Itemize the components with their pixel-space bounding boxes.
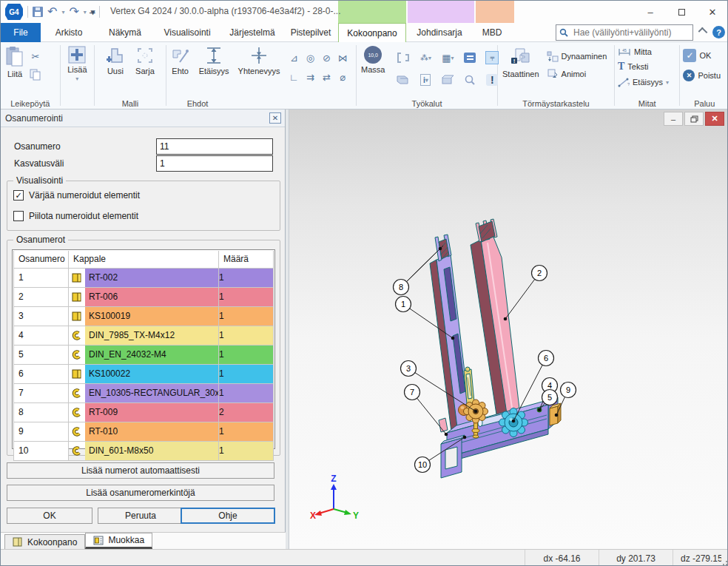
distance-dropdown-icon[interactable]: ▾: [666, 79, 669, 86]
paste-button[interactable]: Liitä: [2, 45, 27, 81]
concentric-constraint-icon[interactable]: ◎: [303, 51, 317, 64]
mass-button[interactable]: 10,0 Massa: [358, 45, 388, 91]
structure-tree-icon[interactable]: ⁂▾: [419, 51, 432, 64]
tab-file[interactable]: File: [1, 23, 41, 42]
undo-icon[interactable]: ↶: [47, 7, 57, 17]
parallel-constraint-icon[interactable]: ⇉: [303, 70, 317, 84]
kasvatusvali-input[interactable]: [156, 155, 273, 172]
viewport-close-button[interactable]: ✕: [705, 112, 724, 126]
distance-button[interactable]: Etäisyys: [196, 45, 232, 87]
tab-kokoonpano[interactable]: Kokoonpano: [338, 23, 406, 42]
text-button[interactable]: T Teksti: [616, 60, 678, 73]
series-button[interactable]: Sarja: [132, 45, 158, 76]
dialog-title-bar[interactable]: Osanumerointi ✕: [1, 110, 285, 127]
doc-tab-kokoonpano[interactable]: Kokoonpano: [4, 534, 85, 549]
exit-button[interactable]: ✕ Poistu: [681, 69, 727, 82]
doc-tab-muokkaa[interactable]: Muokkaa: [85, 533, 152, 549]
app-logo[interactable]: G4: [5, 4, 23, 20]
animate-button[interactable]: Animoi: [545, 67, 609, 81]
viewport-minimize-button[interactable]: –: [664, 112, 683, 126]
osanumero-input[interactable]: [156, 138, 273, 155]
library-part-icon: [69, 446, 85, 456]
perpendicular-constraint-icon[interactable]: ∟: [287, 70, 300, 84]
opposed-constraint-icon[interactable]: ⇄: [320, 70, 333, 84]
application-window: G4 ↶▾ ↷▾ ▾̶ Vertex G4 2024 / 30.0.0-alph…: [0, 0, 728, 566]
part-name: RT-010: [85, 422, 218, 441]
hide-checkbox-row[interactable]: Piilota numeroidut elementit: [13, 211, 138, 221]
profile-beam-icon[interactable]: [396, 74, 411, 86]
maximize-button[interactable]: [671, 7, 692, 18]
add-balloon-marks-button[interactable]: Lisää osanumeromerkintöjä: [7, 485, 274, 501]
save-icon[interactable]: [33, 7, 43, 17]
copy-icon[interactable]: [29, 69, 42, 81]
table-row[interactable]: 10 DIN_601-M8x50 1: [14, 441, 274, 460]
svg-text:6: 6: [544, 354, 548, 363]
3d-viewport[interactable]: 8 1 2 3 7 6 4 5 9 10 Z X Y: [289, 110, 728, 549]
title-bar: G4 ↶▾ ↷▾ ▾̶ Vertex G4 2024 / 30.0.0-alph…: [1, 1, 728, 23]
tab-johdinsarja[interactable]: Johdinsarja: [406, 23, 473, 42]
undo-dropdown-icon[interactable]: ▾: [61, 9, 64, 16]
colorize-checkbox-row[interactable]: ✓ Värjää numeroidut elementit: [13, 190, 140, 201]
help-button[interactable]: Ohje: [181, 508, 275, 524]
distance-icon: [205, 46, 223, 65]
tab-arkisto[interactable]: Arkisto: [41, 23, 97, 42]
minimize-button[interactable]: –: [640, 7, 661, 18]
zoom-check-icon[interactable]: [464, 74, 476, 86]
ok-button[interactable]: ✓ OK: [681, 48, 727, 63]
colorize-checkbox[interactable]: ✓: [13, 190, 24, 201]
table-row[interactable]: 7 EN_10305-RECTANGULAR_30x... 1: [14, 383, 274, 402]
balloon-3: 3: [401, 361, 417, 377]
table-grid-icon[interactable]: ▦▾: [441, 51, 454, 64]
assembly-structure-icon[interactable]: ⫧: [485, 51, 499, 64]
new-button[interactable]: Uusi: [103, 45, 128, 76]
coincidence-button[interactable]: Yhtenevyys: [235, 45, 283, 87]
clamp-pair-icon[interactable]: [397, 52, 410, 64]
tab-pistepilvet[interactable]: Pistepilvet: [283, 23, 338, 42]
dialog-close-icon[interactable]: ✕: [269, 112, 281, 124]
table-row[interactable]: 4 DIN_7985_TX-M4x12 1: [14, 326, 274, 345]
part-qty: 1: [219, 383, 274, 402]
condition-button[interactable]: Ehto: [168, 45, 193, 87]
interference-warning-icon[interactable]: !: [486, 74, 498, 86]
add-numbers-auto-button[interactable]: Lisää numerot automaattisesti: [7, 462, 274, 479]
symmetry-constraint-icon[interactable]: ⋈: [336, 51, 349, 64]
table-row[interactable]: 2 RT-006 1: [14, 287, 274, 306]
ok-dialog-button[interactable]: OK: [7, 508, 92, 524]
info-note-icon[interactable]: i▾: [420, 74, 431, 86]
redo-icon[interactable]: ↷: [69, 7, 78, 17]
help-icon[interactable]: ?: [712, 26, 725, 38]
svg-text:8: 8: [399, 283, 403, 292]
dynamic-collision-button[interactable]: Dynaaminen: [545, 50, 609, 63]
table-row[interactable]: 1 RT-002 1: [14, 268, 274, 287]
equal-parts-icon[interactable]: [464, 53, 476, 63]
tab-visualisointi[interactable]: Visualisointi: [153, 23, 221, 42]
insert-dropdown-icon[interactable]: ▾: [75, 75, 78, 82]
collapse-ribbon-icon[interactable]: [698, 27, 708, 37]
close-button[interactable]: ✕: [702, 7, 723, 18]
viewport-restore-button[interactable]: [684, 112, 704, 126]
hide-checkbox[interactable]: [13, 211, 24, 221]
cut-icon[interactable]: ✂: [29, 50, 42, 63]
tab-nakyma[interactable]: Näkymä: [97, 23, 153, 42]
table-row[interactable]: 8 RT-009 2: [14, 402, 274, 422]
resize-grip[interactable]: [721, 550, 728, 566]
tab-mbd[interactable]: MBD: [473, 23, 511, 42]
insert-button[interactable]: Lisää ▾: [62, 45, 93, 83]
table-row[interactable]: 9 RT-010 1: [14, 422, 274, 441]
redo-dropdown-icon[interactable]: ▾: [84, 9, 87, 16]
tangent-constraint-icon[interactable]: ⊘: [320, 51, 333, 64]
box-icon[interactable]: [441, 75, 454, 85]
tab-jarjestelma[interactable]: Järjestelmä: [221, 23, 283, 42]
dimension-button[interactable]: 45 Mitta: [616, 47, 678, 57]
table-row[interactable]: 3 KS100019 1: [14, 306, 274, 326]
table-row[interactable]: 6 KS100022 1: [14, 364, 274, 383]
customize-toolbar-icon[interactable]: ▾̶: [91, 7, 95, 17]
measure-distance-button[interactable]: ? Etäisyys ▾: [616, 76, 678, 88]
static-collision-button[interactable]: ! Staattinen: [499, 45, 542, 81]
diameter-constraint-icon[interactable]: ⌀: [336, 70, 349, 84]
cancel-button[interactable]: Peruuta: [98, 508, 183, 524]
search-box[interactable]: [556, 24, 693, 41]
angle-constraint-icon[interactable]: ⊿: [287, 51, 300, 64]
search-input[interactable]: [572, 27, 690, 38]
table-row[interactable]: 5 DIN_EN_24032-M4 1: [14, 345, 274, 364]
